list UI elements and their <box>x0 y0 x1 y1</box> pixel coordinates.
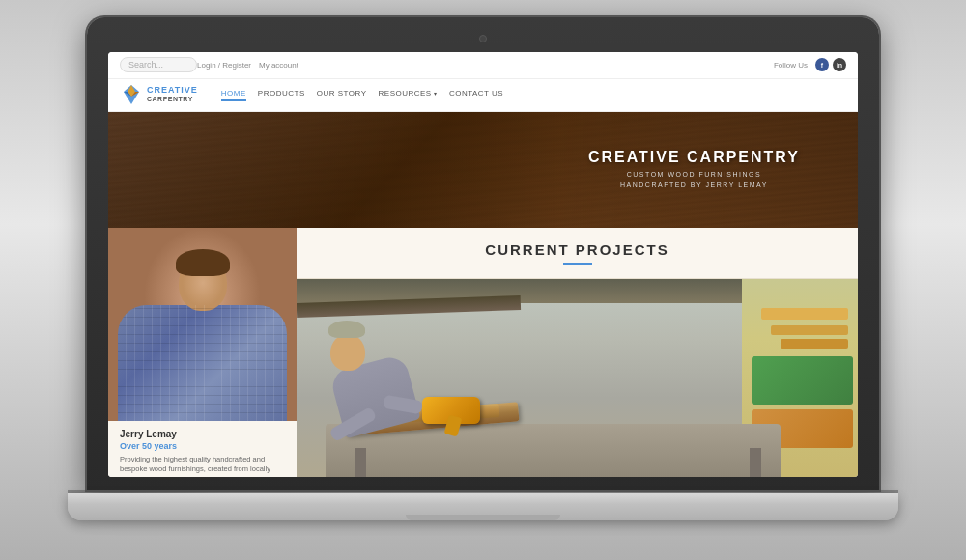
laptop-container: Search... Login / Register My account Fo… <box>68 17 898 544</box>
nav-home[interactable]: HOME <box>221 89 246 101</box>
laptop-base <box>68 493 898 520</box>
shelf-item-1 <box>761 308 848 320</box>
carpenter-1-hair <box>328 321 365 338</box>
nav-bar: CREATIVE CARPENTRY HOME PRODUCTS OUR STO… <box>108 79 858 112</box>
nav-our-story[interactable]: OUR STORY <box>317 89 367 101</box>
top-links: Login / Register My account <box>197 61 298 70</box>
nav-products[interactable]: PRODUCTS <box>258 89 305 101</box>
instagram-icon[interactable]: in <box>833 58 846 71</box>
logo-diamond-icon <box>120 83 143 106</box>
hero-subtitle: CUSTOM WOOD FURNISHINGS HANDCRAFTED BY J… <box>588 169 800 190</box>
workbench-leg <box>355 448 366 477</box>
person-hair <box>176 249 230 276</box>
hero-text: CREATIVE CARPENTRY CUSTOM WOOD FURNISHIN… <box>588 149 800 190</box>
main-content: Jerry Lemay Over 50 years Providing the … <box>108 228 858 477</box>
person-info: Jerry Lemay Over 50 years Providing the … <box>108 421 297 477</box>
projects-image <box>297 279 858 477</box>
logo[interactable]: CREATIVE CARPENTRY <box>120 83 198 106</box>
right-boxes <box>752 356 853 405</box>
camera-dot <box>479 35 487 42</box>
login-link[interactable]: Login / Register <box>197 61 251 70</box>
hero-section: CREATIVE CARPENTRY CUSTOM WOOD FURNISHIN… <box>108 112 858 228</box>
projects-header: CURRENT PROJECTS <box>297 228 858 279</box>
projects-title: CURRENT PROJECTS <box>316 241 838 258</box>
hero-title: CREATIVE CARPENTRY <box>588 149 800 166</box>
carpenter-1-head <box>330 334 365 371</box>
top-bar: Search... Login / Register My account Fo… <box>108 52 858 79</box>
follow-area: Follow Us f in <box>774 58 846 71</box>
follow-label: Follow Us <box>774 61 808 70</box>
left-panel: Jerry Lemay Over 50 years Providing the … <box>108 228 297 477</box>
account-link[interactable]: My account <box>259 61 298 70</box>
person-name: Jerry Lemay <box>120 429 285 439</box>
facebook-icon[interactable]: f <box>815 58 829 71</box>
nav-resources[interactable]: RESOURCES ▾ <box>379 89 438 101</box>
search-input[interactable]: Search... <box>120 57 197 72</box>
projects-underline-decoration <box>563 263 592 265</box>
screen-bezel: Search... Login / Register My account Fo… <box>87 17 879 490</box>
shelf-item-2 <box>771 325 848 335</box>
screen: Search... Login / Register My account Fo… <box>108 52 858 477</box>
dropdown-icon: ▾ <box>434 91 438 97</box>
shirt-pattern <box>118 305 287 421</box>
shelf-item-3 <box>781 339 848 349</box>
person-years: Over 50 years <box>120 441 285 451</box>
right-panel: CURRENT PROJECTS <box>297 228 858 477</box>
nav-contact[interactable]: CONTACT US <box>449 89 503 101</box>
website: Search... Login / Register My account Fo… <box>108 52 858 477</box>
workbench-leg-2 <box>750 448 761 477</box>
person-photo <box>108 228 297 421</box>
logo-text: CREATIVE CARPENTRY <box>147 85 198 103</box>
person-description: Providing the highest quality handcrafte… <box>120 455 285 477</box>
nav-items: HOME PRODUCTS OUR STORY RESOURCES ▾ CONT… <box>221 89 503 101</box>
